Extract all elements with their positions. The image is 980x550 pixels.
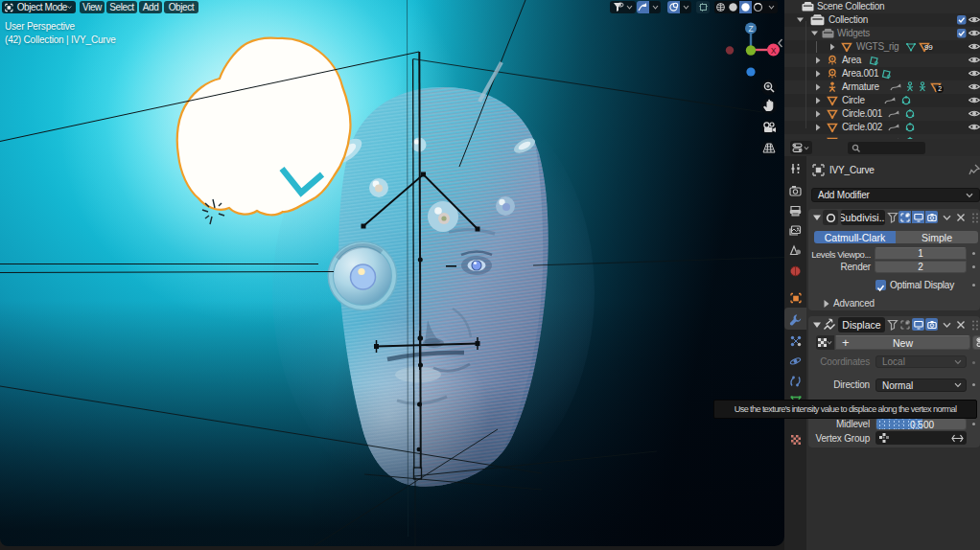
svg-text:Z: Z: [748, 24, 753, 34]
svg-text:X: X: [771, 46, 777, 56]
